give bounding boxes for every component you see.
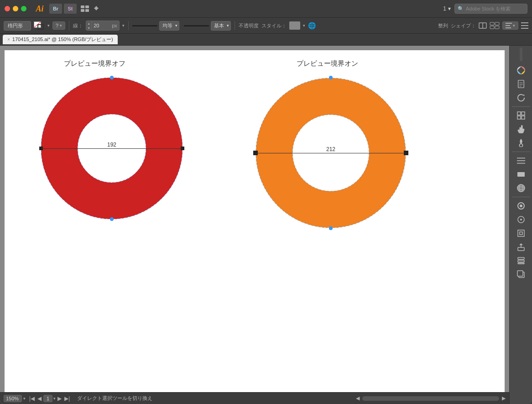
titlebar-app-icons: Br St	[49, 4, 99, 14]
stroke-down[interactable]: ▼	[86, 26, 91, 30]
grid-panel-icon[interactable]	[513, 109, 529, 122]
stroke-unit: px	[110, 23, 119, 28]
grid-icon[interactable]	[490, 22, 500, 29]
panel-collapse[interactable]	[520, 47, 522, 61]
stroke-spinners[interactable]: ▲ ▼	[86, 21, 92, 30]
orange-circle-container[interactable]: 212	[256, 78, 406, 228]
zoom-value[interactable]: 150%	[4, 395, 22, 402]
hand-panel-icon[interactable]	[513, 123, 529, 136]
page-nav-controls[interactable]: |◀ ◀ 1 ▾ ▶ ▶|	[28, 395, 71, 402]
svg-rect-40	[517, 172, 525, 177]
rect-panel-icon[interactable]	[513, 168, 529, 181]
arrange-icon[interactable]	[93, 5, 99, 13]
divider-2	[512, 152, 530, 152]
svg-rect-2	[81, 9, 84, 12]
style-dropdown[interactable]: ▾	[303, 23, 305, 28]
page-number[interactable]: 1	[43, 395, 52, 402]
question-dropdown[interactable]: ▾	[60, 23, 62, 28]
svg-rect-58	[517, 271, 523, 276]
rotate-icon[interactable]	[513, 91, 529, 104]
stroke-width-input[interactable]: ▲ ▼ 20 px	[86, 21, 120, 31]
svg-marker-53	[519, 243, 523, 245]
lines-panel-icon[interactable]	[513, 154, 529, 167]
stroke-unit-dropdown[interactable]: ▾	[122, 23, 125, 28]
sel-dot-bottom	[110, 217, 114, 221]
tab-filename: 170415_2105.ai* @ 150% (RGB/プレビュー)	[12, 36, 113, 43]
shape2-icon[interactable]	[479, 22, 487, 29]
stock-search[interactable]: 🔍 Adobe Stock を検索	[454, 4, 527, 14]
left-label: プレビュー境界オフ	[64, 59, 125, 68]
menu-icon[interactable]	[521, 22, 528, 29]
svg-point-48	[520, 219, 522, 220]
tab-close-button[interactable]: ×	[7, 37, 10, 42]
dot-panel-icon[interactable]	[513, 213, 529, 226]
sphere-icon[interactable]	[513, 182, 529, 194]
stroke-up[interactable]: ▲	[86, 21, 91, 26]
page-number: 1	[443, 5, 446, 12]
export-panel-icon[interactable]	[513, 241, 529, 253]
copy-panel-icon[interactable]	[513, 268, 529, 281]
stroke-box[interactable]	[37, 24, 44, 30]
svg-rect-17	[521, 28, 528, 29]
zoom-dropdown[interactable]: ▾	[23, 396, 26, 401]
brush-panel-icon[interactable]	[513, 136, 529, 149]
dropdown-arrow-fill[interactable]: ▾	[47, 23, 50, 28]
workspace-icon[interactable]	[78, 4, 91, 14]
stroke-style-1[interactable]: 均等	[159, 21, 179, 31]
page-dropdown[interactable]: ▾	[53, 396, 56, 401]
close-button[interactable]	[5, 6, 10, 11]
svg-rect-0	[81, 5, 84, 8]
scroll-left[interactable]: ◀	[356, 395, 360, 401]
style-label: スタイル：	[261, 22, 287, 29]
nav-first[interactable]: |◀	[28, 395, 36, 402]
question-button[interactable]: ? ▾	[52, 21, 65, 30]
question-label: ?	[56, 23, 58, 28]
style-box[interactable]	[289, 21, 300, 30]
nav-last[interactable]: ▶|	[63, 395, 71, 402]
opacity-label: 不透明度	[239, 22, 259, 29]
divider-1	[512, 106, 530, 107]
arrange-dropdown[interactable]: ▾	[502, 21, 518, 30]
fill-stroke-box[interactable]	[34, 21, 44, 30]
measure-line-left	[41, 148, 183, 149]
maximize-button[interactable]	[21, 6, 26, 11]
color-wheel-icon[interactable]	[513, 64, 529, 77]
canvas-area[interactable]: プレビュー境界オフ プレビュー境界オン	[0, 46, 509, 404]
shape-selector[interactable]: 楕円形	[4, 21, 31, 31]
svg-marker-5	[94, 8, 99, 10]
zoom-control[interactable]: 150% ▾	[4, 395, 26, 402]
diameter-label-right: 212	[325, 146, 336, 152]
bridge-icon[interactable]: Br	[49, 4, 62, 14]
titlebar: Ai Br St 1 ▾	[0, 0, 532, 17]
diameter-label-left: 192	[106, 142, 117, 148]
svg-rect-34	[522, 116, 525, 119]
svg-rect-31	[517, 112, 521, 115]
frame-panel-icon[interactable]	[513, 227, 529, 240]
svg-rect-10	[490, 26, 494, 29]
page-dropdown-icon[interactable]: ▾	[448, 5, 451, 12]
sel-dot-top	[110, 76, 114, 79]
traffic-lights	[5, 6, 26, 11]
page-nav[interactable]: 1 ▾	[443, 5, 451, 12]
layers-panel-icon[interactable]	[513, 254, 529, 267]
titlebar-right: 1 ▾ 🔍 Adobe Stock を検索	[443, 4, 527, 14]
tabbar: × 170415_2105.ai* @ 150% (RGB/プレビュー)	[0, 34, 532, 46]
scroll-right[interactable]: ▶	[502, 395, 506, 401]
nav-next[interactable]: ▶	[57, 395, 63, 402]
stroke-style-2[interactable]: 基本	[211, 21, 231, 31]
circle-panel-icon[interactable]	[513, 199, 529, 212]
svg-rect-14	[506, 27, 511, 28]
stock-icon[interactable]: St	[64, 4, 77, 14]
scroll-track[interactable]	[362, 396, 499, 401]
right-panel	[509, 46, 532, 404]
red-circle-container[interactable]: 192	[41, 78, 183, 219]
align-label: 整列	[438, 22, 448, 29]
toolbar-right-icons: 整列 シェイプ： ▾	[438, 21, 528, 30]
globe-icon[interactable]: 🌐	[308, 22, 316, 29]
tab-main[interactable]: × 170415_2105.ai* @ 150% (RGB/プレビュー)	[3, 35, 118, 44]
right-label: プレビュー境界オン	[297, 59, 358, 68]
minimize-button[interactable]	[13, 6, 18, 11]
document-icon[interactable]	[513, 78, 529, 90]
nav-prev[interactable]: ◀	[37, 395, 42, 402]
stroke-preview-1	[132, 25, 157, 26]
